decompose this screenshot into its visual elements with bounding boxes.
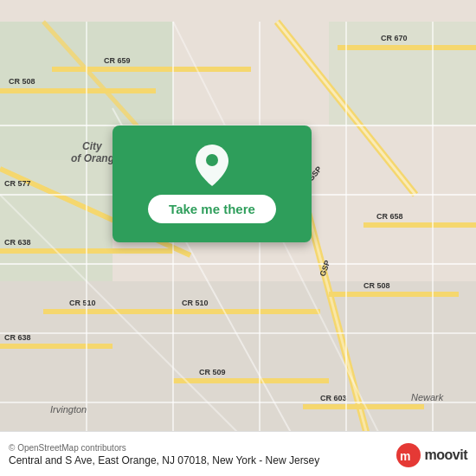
- svg-text:CR 510: CR 510: [182, 299, 209, 307]
- bottom-bar: © OpenStreetMap contributors Central and…: [0, 431, 476, 476]
- svg-text:Newark: Newark: [411, 392, 444, 402]
- svg-text:m: m: [400, 449, 410, 463]
- svg-text:CR 603: CR 603: [320, 394, 347, 402]
- svg-text:Irvington: Irvington: [50, 404, 87, 415]
- take-me-there-button[interactable]: Take me there: [148, 195, 276, 223]
- moovit-text: moovit: [425, 447, 467, 463]
- bottom-left: © OpenStreetMap contributors Central and…: [9, 443, 396, 466]
- svg-text:CR 670: CR 670: [381, 34, 408, 42]
- action-panel: Take me there: [113, 125, 312, 242]
- address-text: Central and S Ave, East Orange, NJ 07018…: [9, 454, 396, 466]
- svg-text:CR 638: CR 638: [4, 238, 31, 247]
- copyright-text: © OpenStreetMap contributors: [9, 443, 396, 453]
- location-pin-icon: [196, 145, 228, 186]
- moovit-icon: m: [396, 442, 421, 468]
- svg-text:CR 659: CR 659: [104, 56, 131, 65]
- svg-text:CR 508: CR 508: [9, 77, 35, 86]
- svg-text:CR 510: CR 510: [69, 299, 96, 307]
- svg-text:CR 658: CR 658: [376, 212, 403, 221]
- svg-text:CR 508: CR 508: [363, 281, 390, 290]
- svg-text:CR 577: CR 577: [4, 179, 31, 188]
- moovit-logo: m moovit: [396, 442, 467, 468]
- svg-text:CR 509: CR 509: [199, 368, 226, 376]
- svg-point-54: [206, 154, 218, 166]
- svg-text:City: City: [82, 140, 103, 152]
- svg-text:CR 638: CR 638: [4, 333, 31, 342]
- svg-rect-6: [0, 281, 476, 454]
- map-container: CR 659 CR 670 CR 508 CR 577 CR 638 CR 63…: [0, 0, 476, 476]
